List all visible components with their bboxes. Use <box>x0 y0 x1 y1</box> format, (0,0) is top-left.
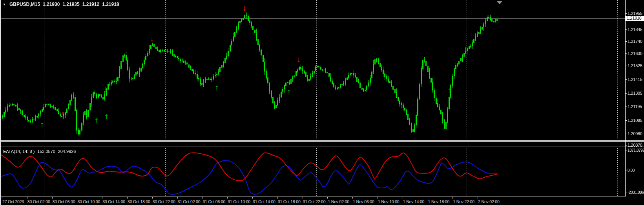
axis-label: 1871.8792 <box>628 148 644 153</box>
sell-signal-arrow[interactable]: ↓ <box>296 55 301 63</box>
time-tick <box>378 197 378 199</box>
time-tick <box>77 197 77 199</box>
axis-label: 1.21525 <box>628 63 642 68</box>
axis-label: 1.21305 <box>628 91 642 96</box>
time-tick <box>428 197 428 199</box>
symbol-timeframe-label: GBPUSD,M15 <box>9 2 40 7</box>
axis-tick <box>625 145 627 145</box>
axis-label: 1.21630 <box>628 51 642 56</box>
time-axis-label: 30 Oct 10:00 <box>77 199 100 204</box>
time-tick <box>152 197 153 199</box>
sell-signal-arrow[interactable]: ↓ <box>149 35 154 42</box>
buy-signal-arrow[interactable]: ↑ <box>286 88 291 96</box>
axis-label: -2031.086 <box>628 190 644 195</box>
time-tick <box>202 197 203 199</box>
ohlc-high: 1.21935 <box>62 2 79 7</box>
time-tick <box>478 197 478 199</box>
time-axis-label: 1 Nov 06:00 <box>353 199 374 204</box>
axis-tick <box>625 193 627 193</box>
time-axis-label: 27 Oct 2023 <box>2 199 24 204</box>
time-tick <box>177 197 178 199</box>
time-tick <box>102 197 102 199</box>
mt4-chart-window: ▼ GBPUSD,M15 1.21930 1.21935 1.21912 1.2… <box>0 0 644 206</box>
axis-tick <box>625 41 627 42</box>
axis-tick <box>625 134 627 134</box>
axis-label: 1.21845 <box>628 27 642 32</box>
time-tick <box>277 197 278 199</box>
axis-tick <box>625 79 627 80</box>
buy-signal-arrow[interactable]: ↑ <box>104 112 109 120</box>
buy-signal-arrow[interactable]: ↑ <box>94 116 99 124</box>
sell-signal-arrow[interactable]: ↓ <box>242 4 247 12</box>
indicator-pane-border-top <box>0 147 644 147</box>
time-tick <box>252 197 253 199</box>
time-axis-label: 31 Oct 18:00 <box>278 199 301 204</box>
current-price-box: 1.21918 <box>626 16 644 21</box>
ohlc-open: 1.21930 <box>43 2 60 7</box>
axis-tick <box>625 151 627 151</box>
axis-label: 1.20980 <box>628 131 642 136</box>
axis-label: 1.20870 <box>628 143 642 147</box>
axis-tick <box>625 93 627 94</box>
time-axis-label: 31 Oct 22:00 <box>303 199 326 204</box>
axis-label: 1.21740 <box>628 39 642 44</box>
chart-title: ▼ GBPUSD,M15 1.21930 1.21935 1.21912 1.2… <box>3 2 119 7</box>
axis-tick <box>625 171 627 171</box>
time-axis-label: 1 Nov 14:00 <box>403 199 424 204</box>
chart-shift-marker-icon[interactable] <box>497 1 502 4</box>
time-axis-label: 31 Oct 02:00 <box>178 199 201 204</box>
time-axis-label: 30 Oct 14:00 <box>102 199 125 204</box>
axis-label: 1.21085 <box>628 118 642 123</box>
time-axis-label: 31 Oct 14:00 <box>253 199 275 204</box>
sell-signal-arrow[interactable]: ↓ <box>102 85 108 93</box>
indicator-label: EATA(14, 14: 8 ) -153.0570 -204.9926 <box>3 149 76 154</box>
time-tick <box>303 197 303 199</box>
time-tick <box>52 197 53 199</box>
ohlc-low: 1.21912 <box>82 2 99 7</box>
axis-label: 1.21955 <box>628 11 642 16</box>
time-axis-label: 2 Nov 02:00 <box>478 199 499 204</box>
time-axis-label: 30 Oct 02:00 <box>27 199 50 204</box>
window-left-border <box>0 0 1 205</box>
sell-signal-arrow[interactable]: ↓ <box>61 110 64 115</box>
time-tick <box>2 197 2 199</box>
axis-tick <box>625 66 627 66</box>
time-axis-label: 1 Nov 02:00 <box>328 199 349 204</box>
time-tick <box>227 197 228 199</box>
ohlc-close: 1.21918 <box>102 2 119 7</box>
time-tick <box>127 197 128 199</box>
time-axis-label: 1 Nov 18:00 <box>428 199 449 204</box>
axis-tick <box>625 53 627 54</box>
time-tick <box>452 197 453 199</box>
indicator-canvas[interactable] <box>1 148 625 197</box>
buy-signal-arrow[interactable]: ↑ <box>214 83 219 91</box>
axis-label: 1.21415 <box>628 77 642 82</box>
time-tick <box>327 197 328 199</box>
axis-tick <box>625 107 627 107</box>
axis-tick <box>625 29 627 30</box>
time-axis-label: 30 Oct 06:00 <box>53 199 75 204</box>
axis-tick <box>625 13 627 14</box>
axis-tick <box>625 120 627 121</box>
time-axis-label: 1 Nov 10:00 <box>378 199 399 204</box>
symbol-dropdown-icon: ▼ <box>3 3 7 6</box>
time-axis-label: 30 Oct 18:00 <box>128 199 150 204</box>
axis-label: 0.00 <box>628 168 635 173</box>
time-tick <box>403 197 403 199</box>
axis-label: 1.21195 <box>628 104 642 109</box>
indicator-pane-border-top2 <box>0 148 644 148</box>
buy-signal-arrow[interactable]: ↑ <box>447 86 452 94</box>
time-axis-label: 31 Oct 06:00 <box>203 199 225 204</box>
price-axis[interactable]: 1.219551.218451.217401.216301.215251.214… <box>625 0 644 197</box>
pane-divider[interactable] <box>0 140 644 142</box>
buy-signal-arrow[interactable]: ↑ <box>39 120 44 128</box>
time-tick <box>352 197 353 199</box>
time-axis-label: 30 Oct 22:00 <box>153 199 175 204</box>
time-tick <box>27 197 27 199</box>
time-axis[interactable]: 27 Oct 202330 Oct 02:0030 Oct 06:0030 Oc… <box>0 197 644 205</box>
time-axis-label: 1 Nov 22:00 <box>453 199 474 204</box>
time-axis-label: 31 Oct 10:00 <box>228 199 250 204</box>
